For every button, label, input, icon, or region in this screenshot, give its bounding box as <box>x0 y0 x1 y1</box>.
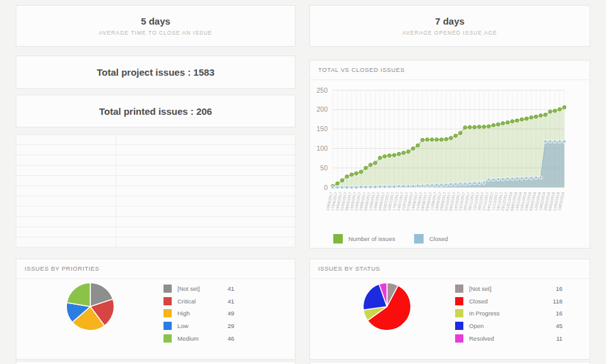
issues-by-priorities-title: ISSUES BY PRIORITIES <box>16 259 295 279</box>
filter-label <box>16 237 116 247</box>
legend-value: 49 <box>227 310 234 317</box>
filter-label <box>16 135 116 144</box>
legend-swatch <box>455 334 463 343</box>
legend-label: Resolved <box>469 335 494 342</box>
legend-item-in-progress: In Progress16 <box>455 308 562 321</box>
legend-label: [Not set] <box>469 285 491 292</box>
legend-swatch <box>163 334 172 343</box>
legend-value: 45 <box>556 322 562 329</box>
legend-value: 118 <box>553 298 562 305</box>
legend-item-not-set: [Not set]41 <box>163 284 234 296</box>
total-vs-closed-line-chart: 05010015020025010/04/201717/04/201724/04… <box>310 80 590 230</box>
svg-text:150: 150 <box>316 125 328 132</box>
filter-row-teams[interactable] <box>16 176 295 186</box>
svg-text:100: 100 <box>316 144 328 152</box>
filter-row-priorities[interactable] <box>16 155 295 165</box>
status-pie-chart <box>361 281 413 332</box>
status-legend: [Not set]16Closed118In Progress16Open45R… <box>455 284 562 346</box>
legend-swatch <box>455 309 463 317</box>
filter-label <box>16 217 116 226</box>
avg-age-label: AVERAGE OPENED ISSUE AGE <box>402 30 497 36</box>
filter-label <box>16 145 116 155</box>
legend-value: 29 <box>227 322 234 329</box>
legend-item-medium: Medium46 <box>163 334 234 346</box>
legend-label: Number of issues <box>348 235 395 242</box>
legend-item-number-of-issues[interactable]: Number of issues <box>333 234 395 244</box>
legend-swatch <box>163 285 172 293</box>
avg-age-value: 7 days <box>435 16 465 26</box>
filter-label <box>16 155 116 165</box>
avg-close-label: AVERAGE TIME TO CLOSE AN ISSUE <box>99 30 213 36</box>
total-project-issues-panel: Total project issues : 1583 <box>16 56 295 89</box>
legend-item-not-set: [Not set]16 <box>455 284 562 296</box>
avg-close-panel: 5 days AVERAGE TIME TO CLOSE AN ISSUE <box>16 5 295 47</box>
legend-label: Closed <box>429 235 448 242</box>
svg-text:50: 50 <box>320 164 328 172</box>
filter-row-labels[interactable] <box>16 217 295 227</box>
svg-text:250: 250 <box>316 86 328 94</box>
filter-label <box>16 196 116 206</box>
total-printed-issues: Total printed issues : 206 <box>99 106 212 117</box>
filter-label <box>16 176 116 185</box>
legend-item-high: High49 <box>163 308 234 321</box>
legend-value: 41 <box>227 285 234 292</box>
filter-row-author[interactable] <box>16 237 295 247</box>
total-vs-closed-panel: TOTAL VS CLOSED ISSUES 05010015020025010… <box>309 60 590 249</box>
filter-label <box>16 166 116 175</box>
legend-label: Open <box>469 322 484 329</box>
total-vs-closed-title: TOTAL VS CLOSED ISSUES <box>310 61 590 80</box>
legend-value: 16 <box>556 285 562 292</box>
legend-item-closed[interactable]: Closed <box>414 234 448 244</box>
line-chart-legend: Number of issuesClosed <box>310 232 590 251</box>
filter-row-numbers[interactable] <box>16 186 295 196</box>
svg-text:200: 200 <box>316 105 328 113</box>
partial-panel-left <box>16 361 295 364</box>
legend-swatch <box>455 322 463 330</box>
legend-item-open: Open45 <box>455 321 562 334</box>
filter-row-types[interactable] <box>16 145 295 155</box>
legend-label: Low <box>177 322 188 329</box>
total-project-issues: Total project issues : 1583 <box>97 67 214 78</box>
partial-panel-right <box>309 361 590 364</box>
legend-swatch <box>333 234 343 244</box>
legend-item-closed: Closed118 <box>455 296 562 309</box>
legend-label: Medium <box>177 335 199 342</box>
legend-label: [Not set] <box>177 285 199 292</box>
legend-swatch <box>455 285 463 293</box>
legend-swatch <box>163 322 172 330</box>
filters-table <box>16 134 295 247</box>
priorities-legend: [Not set]41Critical41High49Low29Medium46 <box>163 284 234 346</box>
legend-swatch <box>455 297 463 305</box>
legend-value: 11 <box>556 335 562 342</box>
legend-item-critical: Critical41 <box>163 296 234 309</box>
legend-value: 41 <box>227 298 234 305</box>
legend-label: High <box>177 310 190 317</box>
legend-swatch <box>163 309 172 317</box>
filter-label <box>16 227 116 237</box>
filter-row-assigned-to[interactable] <box>16 135 295 145</box>
filter-row-status[interactable] <box>16 166 295 176</box>
avg-close-value: 5 days <box>141 16 170 26</box>
priorities-pie-chart <box>64 281 116 332</box>
filter-row-zones[interactable] <box>16 196 295 206</box>
legend-swatch <box>163 297 172 305</box>
issues-by-status-panel: ISSUES BY STATUS [Not set]16Closed118In … <box>309 259 590 360</box>
issues-by-status-title: ISSUES BY STATUS <box>310 259 590 279</box>
filter-row-issue-group[interactable] <box>16 227 295 237</box>
issues-by-priorities-panel: ISSUES BY PRIORITIES [Not set]41Critical… <box>16 259 295 360</box>
legend-swatch <box>414 234 424 244</box>
filter-row-phases[interactable] <box>16 206 295 216</box>
legend-item-resolved: Resolved11 <box>455 334 562 346</box>
svg-text:0: 0 <box>324 184 328 191</box>
total-printed-issues-panel: Total printed issues : 206 <box>16 95 295 127</box>
legend-label: Critical <box>177 298 196 305</box>
avg-age-panel: 7 days AVERAGE OPENED ISSUE AGE <box>309 5 590 47</box>
legend-item-low: Low29 <box>163 321 234 334</box>
legend-label: In Progress <box>469 310 500 317</box>
legend-value: 16 <box>556 310 562 317</box>
filter-label <box>16 186 116 196</box>
filter-label <box>16 206 116 216</box>
legend-value: 46 <box>227 335 234 342</box>
legend-label: Closed <box>469 298 488 305</box>
